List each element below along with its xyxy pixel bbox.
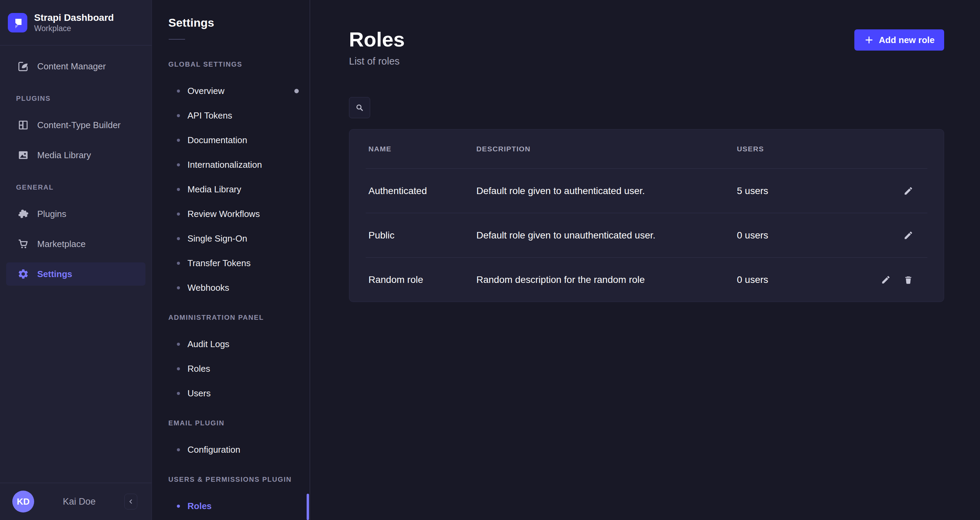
gear-icon [18, 268, 29, 280]
subnav-item-overview[interactable]: Overview [152, 78, 310, 103]
bullet-icon [177, 343, 180, 346]
brand-home-link[interactable]: Strapi Dashboard Workplace [0, 0, 152, 45]
subnav-section-email-plugin: EMAIL PLUGIN [152, 419, 310, 427]
bullet-icon [177, 212, 180, 215]
role-users-count: 0 users [737, 274, 873, 285]
sidebar-item-content-type-builder[interactable]: Content-Type Builder [0, 113, 152, 137]
bullet-icon [177, 163, 180, 166]
search-button[interactable] [349, 97, 370, 118]
user-name: Kai Doe [34, 496, 124, 507]
sidebar-item-label: Content-Type Builder [37, 120, 121, 131]
puzzle-icon [18, 208, 29, 220]
bullet-icon [177, 89, 180, 93]
role-users-count: 0 users [737, 230, 873, 241]
media-library-icon [18, 149, 29, 161]
add-new-role-button[interactable]: Add new role [854, 29, 944, 51]
role-name: Authenticated [368, 185, 476, 196]
sidebar-item-marketplace[interactable]: Marketplace [0, 232, 152, 255]
search-icon [355, 103, 364, 112]
roles-table: NAME DESCRIPTION USERS Authenticated Def… [349, 129, 944, 302]
chevron-left-icon [127, 498, 135, 505]
sidebar-item-plugins[interactable]: Plugins [0, 202, 152, 225]
role-description: Random description for the random role [476, 274, 737, 285]
sidebar-item-label: Media Library [37, 150, 91, 161]
subnav-item-audit-logs[interactable]: Audit Logs [152, 332, 310, 356]
table-row-public[interactable]: Public Default role given to unauthentic… [349, 213, 944, 257]
role-name: Public [368, 230, 476, 241]
subnav-item-documentation[interactable]: Documentation [152, 128, 310, 152]
content-manager-icon [18, 61, 29, 72]
bullet-icon [177, 367, 180, 370]
sidebar-item-label: Marketplace [37, 239, 86, 249]
column-header-users: USERS [737, 145, 873, 153]
trash-icon [903, 275, 913, 285]
sidebar-item-settings[interactable]: Settings [6, 262, 145, 286]
subnav-item-admin-users[interactable]: Users [152, 381, 310, 405]
subnav-item-email-configuration[interactable]: Configuration [152, 437, 310, 462]
subnav-item-admin-roles[interactable]: Roles [152, 356, 310, 381]
strapi-logo-icon [8, 13, 27, 32]
bullet-icon [177, 262, 180, 265]
subnav-item-internationalization[interactable]: Internationalization [152, 152, 310, 177]
edit-role-button[interactable] [902, 185, 915, 197]
subnav-title-divider [169, 39, 185, 40]
bullet-icon [177, 237, 180, 240]
sidebar-item-label: Plugins [37, 209, 66, 219]
bullet-icon [177, 114, 180, 117]
column-header-description: DESCRIPTION [476, 145, 737, 153]
subnav-item-api-tokens[interactable]: API Tokens [152, 103, 310, 128]
bullet-icon [177, 392, 180, 395]
sidebar-section-general: GENERAL [0, 183, 152, 191]
subnav-item-transfer-tokens[interactable]: Transfer Tokens [152, 251, 310, 275]
subnav-item-single-sign-on[interactable]: Single Sign-On [152, 226, 310, 251]
table-row-random-role[interactable]: Random role Random description for the r… [349, 258, 944, 301]
pencil-icon [903, 230, 913, 241]
delete-role-button[interactable] [902, 274, 915, 286]
role-users-count: 5 users [737, 185, 873, 196]
main-sidebar: Strapi Dashboard Workplace Content Manag… [0, 0, 152, 520]
bullet-icon [177, 505, 180, 508]
subnav-item-up-roles[interactable]: Roles [152, 494, 310, 518]
avatar[interactable]: KD [12, 491, 34, 512]
edit-role-button[interactable] [880, 274, 892, 286]
collapse-sidebar-button[interactable] [124, 494, 137, 509]
sidebar-item-media-library[interactable]: Media Library [0, 144, 152, 167]
main-content: Roles List of roles Add new role NAME DE… [310, 0, 980, 520]
notification-dot [294, 89, 299, 93]
subnav-title: Settings [152, 0, 310, 29]
settings-subnav: Settings GLOBAL SETTINGS Overview API To… [152, 0, 310, 520]
page-title: Roles [349, 29, 405, 50]
brand-subtitle: Workplace [34, 24, 114, 33]
role-name: Random role [368, 274, 476, 285]
brand-title: Strapi Dashboard [34, 12, 114, 24]
page-subtitle: List of roles [349, 55, 405, 67]
sidebar-section-plugins: PLUGINS [0, 95, 152, 103]
subnav-item-media-library[interactable]: Media Library [152, 177, 310, 202]
bullet-icon [177, 139, 180, 142]
sidebar-item-label: Content Manager [37, 61, 106, 72]
role-description: Default role given to authenticated user… [476, 185, 737, 196]
sidebar-item-label: Settings [37, 269, 72, 279]
plus-icon [864, 35, 874, 45]
table-header-row: NAME DESCRIPTION USERS [349, 129, 944, 168]
subnav-section-users-permissions-plugin: USERS & PERMISSIONS PLUGIN [152, 475, 310, 484]
bullet-icon [177, 286, 180, 289]
add-new-role-label: Add new role [879, 35, 935, 45]
subnav-item-review-workflows[interactable]: Review Workflows [152, 202, 310, 226]
subnav-section-global-settings: GLOBAL SETTINGS [152, 61, 310, 69]
sidebar-item-content-manager[interactable]: Content Manager [0, 55, 152, 78]
content-type-builder-icon [18, 119, 29, 131]
table-row-authenticated[interactable]: Authenticated Default role given to auth… [349, 169, 944, 213]
pencil-icon [903, 186, 913, 196]
user-footer: KD Kai Doe [0, 483, 152, 520]
edit-role-button[interactable] [902, 229, 915, 242]
bullet-icon [177, 188, 180, 191]
column-header-name: NAME [368, 145, 476, 153]
pencil-icon [881, 275, 891, 285]
subnav-section-administration-panel: ADMINISTRATION PANEL [152, 314, 310, 322]
scrollbar-thumb[interactable] [307, 494, 309, 520]
subnav-item-webhooks[interactable]: Webhooks [152, 275, 310, 300]
role-description: Default role given to unauthenticated us… [476, 230, 737, 241]
cart-icon [18, 238, 29, 250]
bullet-icon [177, 448, 180, 451]
